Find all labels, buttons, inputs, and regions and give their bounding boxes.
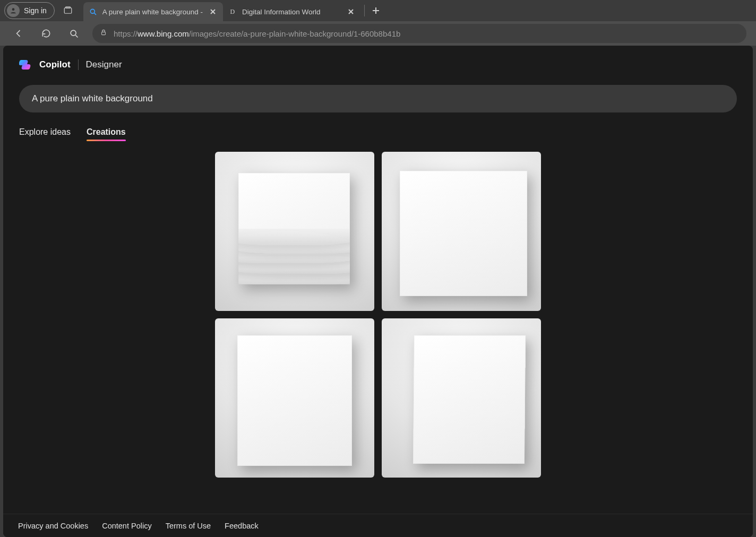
svg-rect-2 (65, 7, 70, 8)
signin-label: Sign in (24, 6, 47, 15)
result-thumbnail[interactable] (215, 152, 374, 311)
brand-header: Copilot Designer (19, 58, 737, 71)
new-tab-button[interactable] (368, 3, 384, 19)
svg-point-11 (71, 30, 76, 36)
svg-rect-1 (64, 8, 72, 14)
footer-link-terms[interactable]: Terms of Use (166, 522, 211, 530)
url-domain: www.bing.com (138, 29, 189, 38)
result-thumbnail[interactable] (382, 152, 541, 311)
svg-point-0 (12, 8, 15, 11)
svg-rect-13 (102, 32, 106, 34)
svg-line-12 (75, 35, 78, 37)
svg-point-3 (90, 9, 94, 13)
brand-designer-label[interactable]: Designer (86, 59, 122, 70)
lock-icon (100, 29, 107, 38)
page-footer: Privacy and Cookies Content Policy Terms… (3, 514, 753, 537)
tab-title: A pure plain white background - (102, 8, 203, 16)
prompt-bar[interactable] (19, 85, 737, 112)
svg-line-4 (94, 13, 96, 15)
url-text: https://www.bing.com/images/create/a-pur… (114, 29, 400, 38)
footer-link-feedback[interactable]: Feedback (225, 522, 259, 530)
tab-divider (364, 5, 365, 16)
browser-tab[interactable]: D Digital Information World (223, 2, 361, 21)
back-button[interactable] (10, 24, 28, 42)
prompt-input[interactable] (32, 93, 724, 104)
favicon-icon: D (228, 7, 237, 16)
footer-link-privacy[interactable]: Privacy and Cookies (18, 522, 88, 530)
url-path: /images/create/a-pure-plain-white-backgr… (189, 29, 401, 38)
brand-copilot-label[interactable]: Copilot (39, 59, 71, 70)
signin-button[interactable]: Sign in (4, 2, 55, 19)
result-thumbnail[interactable] (215, 318, 374, 478)
tab-title: Digital Information World (242, 8, 341, 16)
url-prefix: https:// (114, 29, 138, 38)
gallery (19, 152, 737, 514)
copilot-logo-icon (19, 58, 32, 71)
browser-search-button[interactable] (65, 24, 83, 42)
tab-close-button[interactable] (346, 7, 356, 16)
tab-overview-button[interactable] (59, 3, 77, 19)
brand-separator (78, 59, 79, 70)
refresh-button[interactable] (37, 24, 55, 42)
page-content: Copilot Designer Explore ideas Creations (3, 46, 753, 537)
tab-close-button[interactable] (208, 7, 218, 16)
subtab-explore-ideas[interactable]: Explore ideas (19, 127, 71, 141)
address-bar[interactable]: https://www.bing.com/images/create/a-pur… (92, 24, 746, 43)
subtab-creations[interactable]: Creations (87, 127, 126, 141)
browser-toolbar: https://www.bing.com/images/create/a-pur… (0, 21, 756, 46)
footer-link-content[interactable]: Content Policy (102, 522, 152, 530)
favicon-icon (89, 7, 97, 16)
avatar-icon (7, 4, 20, 17)
result-thumbnail[interactable] (382, 318, 541, 478)
subtab-row: Explore ideas Creations (19, 127, 737, 141)
browser-tab-active[interactable]: A pure plain white background - (83, 2, 223, 21)
tabstrip: A pure plain white background - D Digita… (83, 0, 752, 21)
browser-titlebar: Sign in A pure plain white background - … (0, 0, 756, 21)
